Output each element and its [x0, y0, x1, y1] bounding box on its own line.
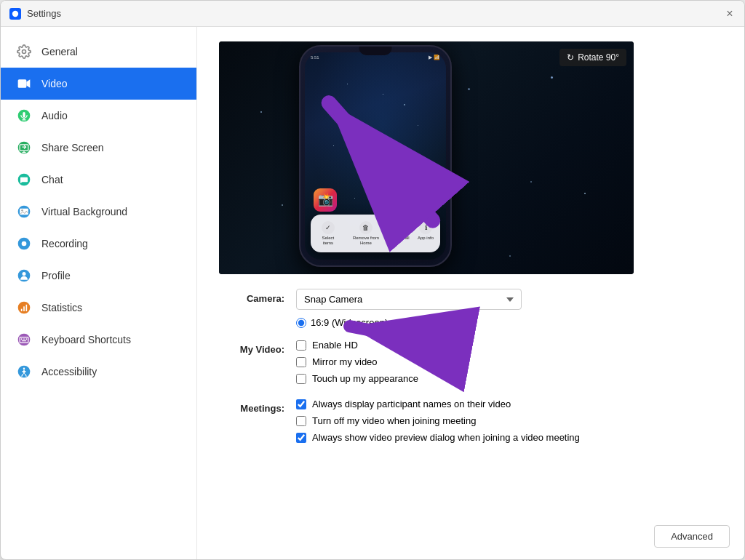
chat-icon — [15, 171, 33, 188]
video-preview-checkbox[interactable] — [296, 433, 306, 443]
svg-rect-23 — [23, 306, 25, 311]
display-names-label: Always display participant names on thei… — [312, 399, 511, 409]
sidebar-label-video: Video — [41, 78, 68, 89]
svg-rect-24 — [26, 305, 28, 311]
turn-off-video-label: Turn off my video when joining meeting — [312, 415, 476, 426]
my-video-controls: Enable HD Mirror my video Touch up my ap… — [296, 340, 722, 390]
ratio-original[interactable]: Original Ratio — [402, 317, 474, 328]
meetings-label: Meetings: — [219, 399, 284, 414]
rotate-button[interactable]: ↻ Rotate 90° — [559, 49, 626, 66]
sidebar-label-profile: Profile — [41, 270, 71, 281]
camera-select[interactable]: Snap Camera FaceTime HD Camera Default — [296, 289, 522, 310]
camera-row: Camera: Snap Camera FaceTime HD Camera D… — [219, 289, 722, 331]
touch-up-label: Touch up my appearance — [312, 373, 418, 384]
svg-point-0 — [12, 10, 18, 16]
gear-icon — [15, 43, 33, 60]
meetings-controls: Always display participant names on thei… — [296, 399, 722, 449]
camera-controls: Snap Camera FaceTime HD Camera Default 1… — [296, 289, 722, 331]
sidebar-label-recording: Recording — [41, 238, 88, 249]
svg-point-1 — [23, 50, 26, 54]
checkbox-mirror-video[interactable]: Mirror my video — [296, 356, 722, 367]
mirror-video-checkbox[interactable] — [296, 357, 306, 367]
main-panel: 📸 ✓ Select items 🗑 Remove from Home — [197, 27, 744, 559]
checkbox-turn-off-video[interactable]: Turn off my video when joining meeting — [296, 415, 722, 426]
content-area: General Video — [1, 27, 744, 559]
svg-rect-22 — [21, 309, 23, 311]
enable-hd-label: Enable HD — [312, 340, 358, 351]
svg-marker-3 — [26, 79, 30, 88]
close-button[interactable]: × — [724, 8, 736, 20]
accessibility-icon — [15, 363, 33, 380]
video-preview: 📸 ✓ Select items 🗑 Remove from Home — [219, 41, 634, 274]
enable-hd-checkbox[interactable] — [296, 340, 306, 351]
video-preview-label: Always show video preview dialog when jo… — [312, 432, 580, 443]
sidebar-label-share-screen: Share Screen — [41, 142, 104, 153]
mirror-video-label: Mirror my video — [312, 356, 378, 367]
ratio-widescreen[interactable]: 16:9 (Widescreen) — [296, 317, 388, 328]
share-screen-icon — [15, 139, 33, 156]
window-title: Settings — [27, 8, 61, 19]
sidebar-item-accessibility[interactable]: Accessibility — [1, 356, 196, 388]
ratio-original-label: Original Ratio — [417, 317, 474, 328]
sidebar-item-recording[interactable]: Recording — [1, 228, 196, 260]
checkbox-enable-hd[interactable]: Enable HD — [296, 340, 722, 351]
titlebar: Settings × — [1, 1, 744, 27]
checkbox-display-names[interactable]: Always display participant names on thei… — [296, 399, 722, 409]
meetings-row: Meetings: Always display participant nam… — [219, 399, 722, 449]
camera-select-wrap: Snap Camera FaceTime HD Camera Default — [296, 289, 722, 310]
ratio-widescreen-radio[interactable] — [296, 318, 306, 328]
keyboard-icon — [15, 331, 33, 348]
checkbox-touch-up[interactable]: Touch up my appearance — [296, 373, 722, 384]
virtual-background-icon — [15, 203, 33, 220]
svg-rect-5 — [23, 112, 25, 118]
sidebar-label-audio: Audio — [41, 110, 68, 121]
advanced-button[interactable]: Advanced — [654, 525, 730, 548]
statistics-icon — [15, 299, 33, 316]
svg-point-20 — [23, 272, 26, 276]
svg-rect-2 — [18, 79, 27, 88]
rotate-label: Rotate 90° — [578, 52, 619, 63]
video-icon — [15, 75, 33, 92]
sidebar: General Video — [1, 27, 197, 559]
ratio-widescreen-label: 16:9 (Widescreen) — [311, 317, 388, 328]
svg-point-18 — [22, 241, 27, 247]
audio-icon — [15, 107, 33, 124]
turn-off-video-checkbox[interactable] — [296, 416, 306, 426]
sidebar-label-general: General — [41, 46, 78, 57]
sidebar-label-keyboard-shortcuts: Keyboard Shortcuts — [41, 334, 131, 345]
checkbox-video-preview[interactable]: Always show video preview dialog when jo… — [296, 432, 722, 443]
sidebar-item-chat[interactable]: Chat — [1, 164, 196, 196]
touch-up-checkbox[interactable] — [296, 374, 306, 384]
svg-point-32 — [23, 368, 25, 370]
sidebar-item-virtual-background[interactable]: Virtual Background — [1, 196, 196, 228]
my-video-label: My Video: — [219, 340, 284, 355]
sidebar-item-statistics[interactable]: Statistics — [1, 292, 196, 324]
sidebar-label-statistics: Statistics — [41, 302, 82, 313]
sidebar-label-accessibility: Accessibility — [41, 366, 97, 377]
recording-icon — [15, 235, 33, 252]
ratio-row: 16:9 (Widescreen) Original Ratio — [296, 317, 722, 328]
settings-window: Settings × General — [0, 0, 745, 560]
sidebar-item-share-screen[interactable]: Share Screen — [1, 132, 196, 164]
app-icon — [9, 8, 21, 20]
sidebar-item-general[interactable]: General — [1, 36, 196, 68]
sidebar-item-profile[interactable]: Profile — [1, 260, 196, 292]
sidebar-label-virtual-background: Virtual Background — [41, 206, 127, 217]
sidebar-item-keyboard-shortcuts[interactable]: Keyboard Shortcuts — [1, 324, 196, 356]
sidebar-item-audio[interactable]: Audio — [1, 100, 196, 132]
svg-point-16 — [21, 209, 23, 212]
my-video-row: My Video: Enable HD Mirror my video Touc… — [219, 340, 722, 390]
sidebar-label-chat: Chat — [41, 174, 63, 185]
camera-label: Camera: — [219, 289, 284, 304]
ratio-original-radio[interactable] — [402, 318, 413, 328]
sidebar-item-video[interactable]: Video — [1, 68, 196, 100]
profile-icon — [15, 267, 33, 284]
display-names-checkbox[interactable] — [296, 399, 306, 409]
titlebar-left: Settings — [9, 8, 61, 20]
